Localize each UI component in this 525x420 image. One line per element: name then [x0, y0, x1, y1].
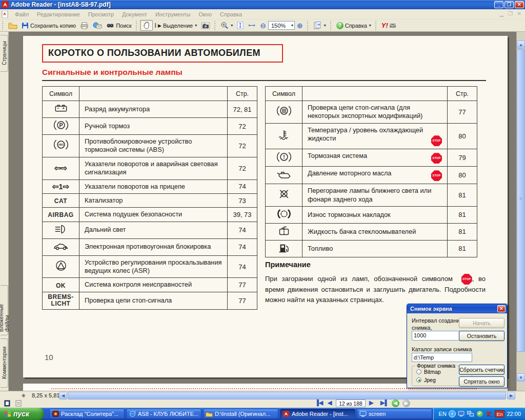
search-button[interactable]: Поиск: [104, 20, 133, 31]
taskbar-task-4[interactable]: screen: [357, 409, 432, 419]
taskbar-task-0[interactable]: Расклад "Солитера"...: [49, 409, 125, 419]
dialog-close-button[interactable]: ✕: [497, 305, 506, 312]
scroll-right-button[interactable]: ▶: [507, 392, 515, 399]
hide-window-button[interactable]: Спрятать окно: [459, 376, 504, 387]
hand-tool-button[interactable]: [140, 20, 153, 31]
toolbar-grip[interactable]: [307, 21, 310, 30]
help-button[interactable]: ? Справка▾: [334, 20, 373, 31]
symbol-text: AIRBAG: [48, 212, 73, 218]
chevron-down-icon: ▾: [369, 23, 371, 28]
previous-view-button[interactable]: ◀: [392, 399, 399, 407]
radio-jpeg[interactable]: [416, 377, 421, 383]
toolbar-grip[interactable]: [214, 21, 217, 30]
taskbar-task-3[interactable]: Adobe Reader - [inst...: [280, 409, 355, 419]
close-button[interactable]: ✕: [515, 1, 524, 8]
zoom-out-button[interactable]: ⊖: [258, 20, 268, 31]
menu-item-6[interactable]: Справка: [216, 10, 246, 18]
view-nav-bar: ▐◀ ◀ 12 из 188 ▶ ▶▌ ◀ ▶: [0, 399, 525, 408]
reset-counter-button[interactable]: Сбросить счетчик: [459, 365, 504, 375]
antivirus-ok-tray-icon[interactable]: ✔: [476, 411, 483, 417]
next-view-button[interactable]: ▶: [402, 399, 410, 407]
toolbar-grip[interactable]: [2, 21, 5, 30]
table-row: ⇦1⇨Указатели поворотов на прицепе74: [43, 179, 257, 193]
scroll-down-button[interactable]: ▼: [517, 373, 525, 382]
table-row: Температура / уровень охлаждающей жидкос…: [266, 123, 477, 149]
tab-comments[interactable]: Комментарии: [1, 338, 8, 388]
menu-item-0[interactable]: Файл: [11, 10, 33, 18]
menu-item-3[interactable]: Документ: [118, 10, 151, 18]
scrollbar-thumb[interactable]: [517, 49, 525, 352]
toolbar-grip[interactable]: [330, 21, 333, 30]
language-indicator[interactable]: EN: [439, 411, 447, 417]
open-button[interactable]: [6, 20, 19, 31]
single-page-view-button[interactable]: [3, 400, 11, 407]
zoom-level-select[interactable]: 150%▾: [268, 21, 295, 30]
select-tool-button[interactable]: I▶ Выделение▾: [153, 20, 199, 31]
scroll-left-button[interactable]: ◀: [59, 392, 67, 399]
prev-page-button[interactable]: ◀: [328, 399, 332, 406]
chevron-down-icon: ▾: [231, 23, 233, 28]
directory-input[interactable]: d:\Temp: [412, 353, 472, 362]
window-titlebar[interactable]: Adobe Reader - [instA8-S8-97.pdf] _ ❐ ✕: [0, 0, 525, 9]
table-row: BREMS-LICHTПроверка цепи стоп-сигнала77: [43, 292, 257, 309]
tab-attachments[interactable]: Вложенные файлы: [1, 285, 8, 335]
dialog-titlebar[interactable]: Снимок экрана ✕: [407, 304, 507, 313]
fuel-icon: [276, 246, 292, 255]
next-page-button[interactable]: ▶: [369, 399, 373, 406]
network-tray-icon[interactable]: [467, 411, 474, 417]
first-page-button[interactable]: ▐◀: [315, 399, 323, 406]
start-button[interactable]: Начать: [459, 318, 504, 328]
radio-bitmap[interactable]: [416, 369, 421, 374]
doc-heading: КОРОТКО О ПОЛЬЗОВАНИИ АВТОМОБИЛЕМ: [48, 48, 277, 58]
language-badge[interactable]: En: [495, 410, 505, 417]
zoom-in-tool-button[interactable]: ▾: [218, 20, 235, 31]
fit-page-button[interactable]: [235, 20, 246, 31]
menu-item-4[interactable]: Инструменты: [151, 10, 195, 18]
taskbar-task-1[interactable]: AS8 - КЛУБ ЛЮБИТЕ...: [126, 409, 201, 419]
tab-pages[interactable]: Страницы: [1, 35, 8, 72]
fit-width-icon: [248, 22, 256, 29]
pane-splitter-icon[interactable]: ◈: [22, 392, 26, 398]
save-copy-button[interactable]: Сохранить копию: [19, 20, 78, 31]
brake-pads-icon: [276, 212, 292, 221]
clock[interactable]: 22:00: [507, 411, 521, 417]
doc-rule: [42, 80, 486, 81]
chevron-down-icon: ▾: [324, 23, 326, 28]
toolbar-grip[interactable]: [375, 21, 378, 30]
stop-button[interactable]: Остановить: [459, 331, 504, 341]
snapshot-button[interactable]: [199, 20, 212, 31]
page-number: 10: [45, 353, 53, 362]
abs-icon: ABS: [53, 143, 69, 152]
kaspersky-tray-icon[interactable]: K: [486, 411, 493, 417]
zoom-in-button[interactable]: ⊕: [295, 20, 305, 31]
continuous-view-button[interactable]: [14, 400, 23, 407]
column-page: Стр.: [448, 87, 477, 101]
tray-chevron-icon[interactable]: ‹: [449, 410, 456, 417]
toolbar-grip[interactable]: [136, 21, 138, 30]
menu-item-1[interactable]: Редактирование: [33, 10, 84, 18]
screenshot-dialog: Снимок экрана ✕ Интервал создания снимка…: [407, 304, 508, 388]
scroll-up-button[interactable]: ▲: [517, 41, 525, 49]
mdi-window-buttons[interactable]: ▁ ❐ ✕: [499, 11, 523, 16]
h-scrollbar-thumb[interactable]: [68, 392, 506, 399]
menu-item-2[interactable]: Просмотр: [84, 10, 118, 18]
last-page-button[interactable]: ▶▌: [380, 399, 389, 406]
fit-width-button[interactable]: [246, 20, 258, 31]
print-button[interactable]: [78, 20, 91, 31]
menu-item-5[interactable]: Окно: [194, 10, 216, 18]
start-button[interactable]: пуск: [0, 408, 44, 420]
restore-button[interactable]: ❐: [504, 1, 514, 8]
table-row: ABSПротивоблокировочное устройство тормо…: [43, 135, 257, 157]
adobe-reader-icon: [2, 1, 9, 8]
yahoo-button[interactable]: Y!: [379, 20, 398, 31]
email-button[interactable]: [91, 20, 104, 31]
minimize-button[interactable]: _: [494, 1, 503, 8]
radio-bitmap-label: Bitmap: [424, 369, 441, 375]
display-tray-icon[interactable]: [458, 411, 465, 417]
page-nav-input[interactable]: 12 из 188: [336, 399, 366, 407]
vertical-scrollbar[interactable]: ▶ ▲ ▼: [516, 32, 525, 391]
folder-icon: [206, 411, 213, 417]
interval-input[interactable]: 1000 ▲▼: [412, 331, 463, 341]
create-pdf-button[interactable]: ▾: [311, 20, 328, 31]
taskbar-task-2[interactable]: D:\Install (Оригинал...: [203, 409, 278, 419]
